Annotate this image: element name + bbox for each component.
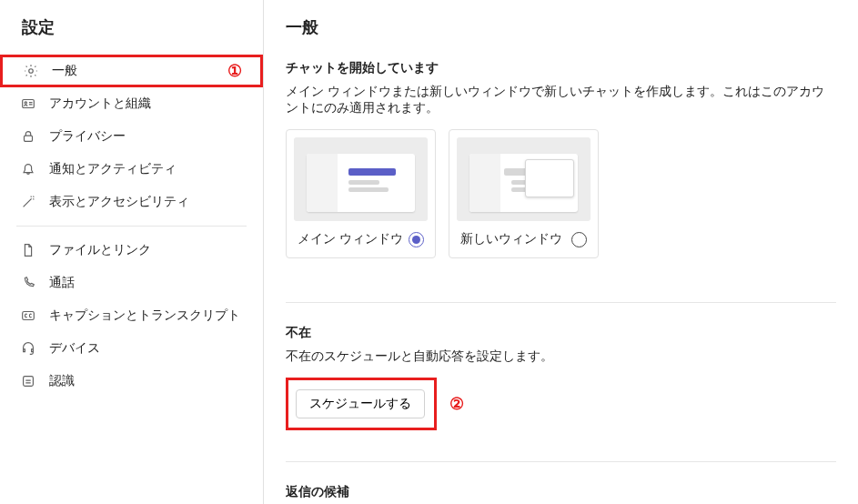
thumbnail-new-window bbox=[457, 137, 591, 221]
badge-icon bbox=[20, 373, 36, 389]
settings-main: 一般 チャットを開始しています メイン ウィンドウまたは新しいウィンドウで新しい… bbox=[264, 0, 858, 504]
wand-icon bbox=[20, 194, 36, 210]
bell-icon bbox=[20, 161, 36, 177]
sidebar-item-appearance[interactable]: 表示とアクセシビリティ bbox=[0, 186, 263, 218]
sidebar-title: 設定 bbox=[0, 15, 263, 55]
sidebar-item-label: 認識 bbox=[49, 373, 75, 389]
sidebar-item-recognition[interactable]: 認識 bbox=[0, 365, 263, 398]
sidebar-item-label: キャプションとトランスクリプト bbox=[49, 307, 240, 324]
settings-sidebar: 設定 一般 ① アカウントと組織 プライバシー 通知とアクティビティ 表示とアク… bbox=[0, 0, 264, 504]
svg-rect-5 bbox=[24, 377, 34, 387]
sidebar-item-general[interactable]: 一般 ① bbox=[0, 55, 263, 87]
sidebar-item-notifications[interactable]: 通知とアクティビティ bbox=[0, 153, 263, 186]
sidebar-item-captions[interactable]: キャプションとトランスクリプト bbox=[0, 299, 263, 332]
section-heading: 不在 bbox=[286, 325, 836, 341]
sidebar-item-label: 通話 bbox=[49, 275, 75, 291]
section-chat-open: チャットを開始しています メイン ウィンドウまたは新しいウィンドウで新しいチャッ… bbox=[286, 60, 836, 258]
svg-point-0 bbox=[29, 69, 34, 74]
section-out-of-office: 不在 不在のスケジュールと自動応答を設定します。 スケジュールする ② bbox=[286, 325, 836, 430]
sidebar-item-devices[interactable]: デバイス bbox=[0, 332, 263, 365]
file-icon bbox=[20, 242, 36, 258]
section-suggested-replies: 返信の候補 返信の候補をチャットに表示する bbox=[286, 484, 836, 504]
radio-unselected[interactable] bbox=[571, 232, 587, 247]
phone-icon bbox=[20, 275, 36, 291]
callout-two: ② bbox=[449, 395, 464, 413]
radio-selected[interactable] bbox=[409, 232, 424, 247]
sidebar-item-label: プライバシー bbox=[49, 128, 126, 145]
sidebar-item-account[interactable]: アカウントと組織 bbox=[0, 87, 263, 120]
sidebar-item-label: 一般 bbox=[52, 63, 77, 79]
page-title: 一般 bbox=[286, 16, 836, 38]
callout-one: ① bbox=[227, 61, 242, 81]
sidebar-item-privacy[interactable]: プライバシー bbox=[0, 120, 263, 153]
card-icon bbox=[20, 96, 36, 112]
sidebar-item-calls[interactable]: 通話 bbox=[0, 267, 263, 299]
divider bbox=[286, 302, 836, 303]
section-description: メイン ウィンドウまたは新しいウィンドウで新しいチャットを作成します。これはこの… bbox=[286, 84, 836, 116]
sidebar-item-label: アカウントと組織 bbox=[49, 96, 151, 112]
svg-rect-4 bbox=[23, 312, 35, 320]
divider bbox=[286, 461, 836, 462]
svg-rect-3 bbox=[25, 136, 33, 141]
cc-icon bbox=[20, 307, 36, 324]
thumbnail-main-window bbox=[294, 137, 428, 221]
lock-icon bbox=[20, 128, 36, 145]
option-new-window[interactable]: 新しいウィンドウ bbox=[449, 129, 599, 258]
section-description: 不在のスケジュールと自動応答を設定します。 bbox=[286, 348, 836, 365]
option-label: 新しいウィンドウ bbox=[460, 231, 562, 247]
callout-box-two: スケジュールする bbox=[286, 378, 437, 430]
sidebar-separator bbox=[16, 226, 247, 227]
section-heading: 返信の候補 bbox=[286, 484, 836, 500]
sidebar-item-label: デバイス bbox=[49, 340, 100, 357]
sidebar-item-label: ファイルとリンク bbox=[49, 242, 151, 258]
option-label: メイン ウィンドウ bbox=[298, 231, 403, 247]
sidebar-item-files[interactable]: ファイルとリンク bbox=[0, 234, 263, 267]
gear-icon bbox=[23, 63, 39, 79]
svg-point-2 bbox=[25, 102, 26, 104]
schedule-button[interactable]: スケジュールする bbox=[296, 389, 425, 418]
option-main-window[interactable]: メイン ウィンドウ bbox=[286, 129, 436, 258]
svg-rect-1 bbox=[23, 100, 35, 108]
headset-icon bbox=[20, 340, 36, 357]
sidebar-item-label: 表示とアクセシビリティ bbox=[49, 194, 189, 210]
section-heading: チャットを開始しています bbox=[286, 60, 836, 76]
sidebar-item-label: 通知とアクティビティ bbox=[49, 161, 177, 177]
